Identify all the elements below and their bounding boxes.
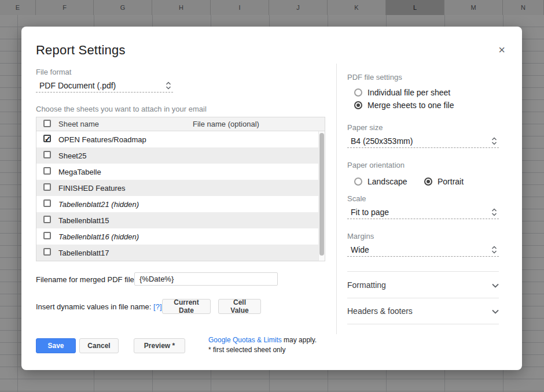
sheet-name: FINISHED Features [58, 184, 126, 193]
scale-select[interactable]: Fit to page [347, 205, 499, 219]
sheet-name: OPEN Features/Roadmap [58, 135, 146, 144]
sheet-row[interactable]: MegaTabelle [36, 164, 325, 180]
table-scrollbar-thumb[interactable] [319, 133, 324, 256]
sheet-checkbox[interactable] [43, 248, 51, 256]
sheet-checkbox[interactable] [43, 232, 51, 239]
dialog-title: Report Settings [36, 43, 126, 58]
merge-sheets-label: Merge sheets to one file [367, 101, 454, 110]
headers-footers-section[interactable]: Headers & footers [347, 305, 499, 317]
scale-value: Fit to page [351, 208, 389, 217]
portrait-radio[interactable] [424, 177, 432, 186]
sheet-checkbox[interactable] [43, 167, 51, 175]
sheet-name: Tabellenblatt15 [58, 216, 109, 225]
close-icon[interactable]: × [495, 43, 509, 57]
quota-link[interactable]: Google Quotas & Limits [208, 336, 282, 344]
unfold-more-icon [491, 246, 498, 254]
margins-value: Wide [351, 245, 369, 254]
individual-file-radio[interactable] [354, 88, 362, 97]
sheet-row[interactable]: Tabellenblatt16 (hidden) [36, 228, 325, 245]
sheet-name: Tabellenblatt16 (hidden) [58, 232, 139, 241]
sheet-row[interactable]: Tabellenblatt15 [36, 212, 325, 228]
portrait-label: Portrait [438, 177, 464, 186]
paper-size-select[interactable]: B4 (250x353mm) [347, 134, 499, 148]
file-name-column-header: File name (optional) [193, 120, 259, 128]
pane-divider [336, 64, 337, 334]
sheet-row[interactable]: FINISHED Features [36, 180, 325, 196]
section-divider [347, 271, 499, 272]
chevron-down-icon [492, 280, 499, 290]
report-settings-dialog: Report Settings × File format PDF Docume… [21, 27, 522, 370]
cell-value-button[interactable]: Cell Value [218, 299, 261, 314]
choose-sheets-label: Choose the sheets you want to attach in … [36, 105, 207, 113]
radio-portrait[interactable]: Portrait [424, 177, 464, 186]
current-date-button[interactable]: Current Date [162, 299, 211, 314]
pdf-settings-label: PDF file settings [347, 73, 402, 82]
unfold-more-icon [491, 137, 498, 145]
sheets-table-header: Sheet name File name (optional) [36, 117, 325, 131]
save-button[interactable]: Save [36, 338, 76, 353]
filename-label: Filename for merged PDF file: [36, 275, 136, 284]
sheets-table: Sheet name File name (optional) ✓OPEN Fe… [36, 117, 325, 261]
unfold-more-icon [165, 82, 172, 90]
landscape-radio[interactable] [354, 177, 362, 186]
quota-note: Google Quotas & Limits may apply. * firs… [208, 335, 317, 355]
margins-label: Margins [347, 232, 374, 241]
paper-size-value: B4 (250x353mm) [351, 136, 413, 146]
preview-button[interactable]: Preview * [134, 338, 185, 353]
table-scrollbar-track [318, 131, 325, 261]
help-link[interactable]: [?] [153, 302, 161, 311]
section-divider [347, 324, 499, 324]
sheet-name: Tabellenblatt17 [58, 249, 109, 257]
individual-file-label: Individual file per sheet [367, 88, 450, 97]
headers-footers-label: Headers & footers [347, 306, 413, 316]
sheet-row[interactable]: Sheet25 [36, 147, 325, 164]
sheet-name-column-header: Sheet name [58, 120, 99, 128]
sheet-checkbox[interactable] [43, 151, 51, 158]
chevron-down-icon [492, 306, 499, 316]
dynamic-values-label: Insert dynamic values in file name: [?] [36, 302, 162, 311]
formatting-label: Formatting [347, 280, 386, 290]
landscape-label: Landscape [367, 177, 407, 186]
formatting-section[interactable]: Formatting [347, 279, 499, 291]
sheet-row[interactable]: Tabellenblatt21 (hidden) [36, 196, 325, 212]
preview-footnote: * first selected sheet only [208, 345, 317, 355]
sheet-checkbox[interactable] [43, 199, 51, 207]
unfold-more-icon [491, 208, 498, 216]
sheet-row[interactable]: Tabellenblatt17 [36, 245, 325, 261]
select-all-checkbox[interactable] [43, 120, 51, 127]
filename-row: Filename for merged PDF file: [36, 272, 325, 286]
sheet-checkbox[interactable]: ✓ [43, 135, 51, 142]
sheet-name: MegaTabelle [58, 168, 101, 176]
quota-suffix: may apply. [282, 336, 317, 344]
merge-sheets-radio[interactable] [354, 101, 362, 109]
dynamic-values-row: Insert dynamic values in file name: [?] … [36, 299, 325, 314]
radio-merge-sheets[interactable]: Merge sheets to one file [354, 101, 454, 110]
sheet-table-body: ✓OPEN Features/RoadmapSheet25MegaTabelle… [36, 131, 325, 261]
cancel-button[interactable]: Cancel [79, 338, 119, 353]
sheet-row[interactable]: ✓OPEN Features/Roadmap [36, 131, 325, 147]
dynamic-values-text: Insert dynamic values in file name: [36, 302, 151, 311]
filename-input[interactable] [134, 272, 278, 286]
sheet-name: Sheet25 [58, 151, 86, 160]
sheet-checkbox[interactable] [43, 183, 51, 191]
paper-size-label: Paper size [347, 123, 383, 132]
sheet-name: Tabellenblatt21 (hidden) [58, 200, 139, 209]
sheet-checkbox[interactable] [43, 216, 51, 223]
radio-landscape[interactable]: Landscape [354, 177, 407, 186]
section-divider [347, 298, 499, 298]
scale-label: Scale [347, 194, 366, 203]
paper-orientation-label: Paper orientation [347, 161, 405, 169]
margins-select[interactable]: Wide [347, 243, 499, 257]
file-format-select[interactable]: PDF Document (.pdf) [36, 79, 173, 93]
radio-individual-file[interactable]: Individual file per sheet [354, 88, 450, 97]
file-format-value: PDF Document (.pdf) [39, 81, 116, 90]
file-format-label: File format [36, 68, 71, 76]
